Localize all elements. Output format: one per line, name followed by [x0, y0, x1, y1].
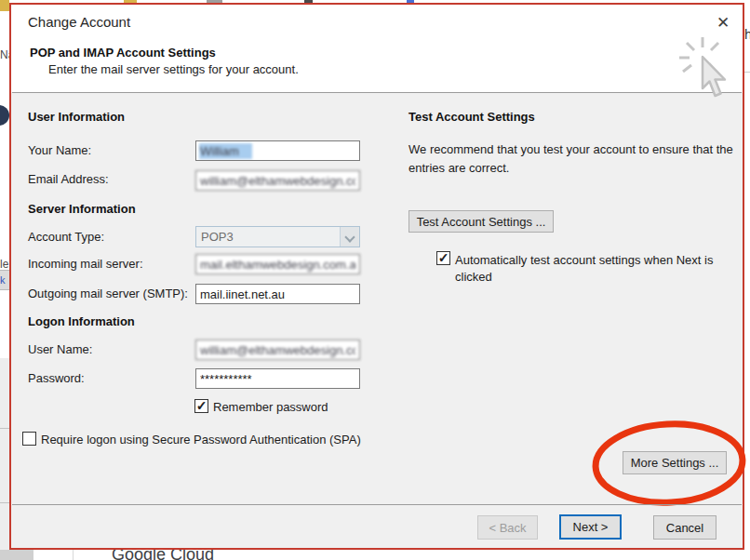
background-fragment-text: le	[0, 258, 9, 271]
change-account-dialog: Change Account ✕ POP and IMAP Account Se…	[9, 3, 744, 550]
background-fragment-block	[0, 550, 33, 560]
background-fragment-line	[0, 502, 9, 503]
auto-test-checkbox[interactable]	[436, 251, 450, 265]
server-information-heading: Server Information	[28, 202, 136, 216]
background-fragment-line	[73, 549, 74, 560]
background-fragment-panel	[0, 358, 9, 560]
outgoing-server-field[interactable]	[195, 284, 360, 304]
background-fragment-text: Na	[0, 48, 9, 61]
spa-checkbox[interactable]	[22, 432, 36, 446]
account-type-dropdown[interactable]: POP3	[195, 226, 360, 247]
your-name-field[interactable]: William	[195, 140, 360, 161]
dropdown-button[interactable]	[340, 227, 359, 247]
background-fragment-icon	[0, 0, 9, 11]
test-account-settings-heading: Test Account Settings	[408, 110, 535, 124]
cursor-sparkle-icon	[677, 36, 735, 105]
background-fragment-text: h	[744, 26, 750, 43]
more-settings-button[interactable]: More Settings ...	[623, 451, 727, 474]
account-type-label: Account Type:	[28, 230, 104, 244]
back-button[interactable]: < Back	[477, 515, 538, 540]
incoming-server-field[interactable]	[195, 254, 360, 274]
account-type-value: POP3	[201, 230, 234, 244]
next-button[interactable]: Next >	[559, 514, 622, 540]
background-fragment-button: k	[0, 270, 9, 290]
background-fragment-line	[0, 428, 9, 429]
header-divider	[12, 92, 742, 93]
your-name-label: Your Name:	[28, 143, 91, 157]
background-fragment-line	[744, 72, 750, 73]
background-fragment-sphere-icon	[0, 105, 9, 126]
test-account-settings-description: We recommend that you test your account …	[408, 140, 736, 178]
user-name-field[interactable]	[195, 340, 360, 360]
outgoing-server-label: Outgoing mail server (SMTP):	[28, 287, 188, 300]
user-name-label: User Name:	[28, 342, 92, 356]
cancel-button[interactable]: Cancel	[653, 515, 717, 540]
incoming-server-label: Incoming mail server:	[28, 257, 143, 271]
window-title: Change Account	[28, 14, 130, 30]
page-title: POP and IMAP Account Settings	[30, 46, 216, 60]
email-address-label: Email Address:	[28, 172, 109, 186]
close-icon[interactable]: ✕	[711, 12, 735, 34]
logon-information-heading: Logon Information	[28, 314, 135, 328]
screenshot-stage: Na le k h Google Cloud Change Account ✕ …	[0, 0, 750, 560]
page-subtitle: Enter the mail server settings for your …	[48, 62, 299, 76]
password-field[interactable]	[195, 368, 360, 389]
auto-test-label: Automatically test account settings when…	[455, 252, 730, 285]
user-information-heading: User Information	[28, 110, 125, 124]
chevron-down-icon	[344, 232, 355, 242]
test-account-settings-button[interactable]: Test Account Settings ...	[408, 210, 554, 233]
your-name-selected-text: William	[199, 143, 252, 159]
password-label: Password:	[28, 371, 85, 385]
email-address-field[interactable]	[195, 170, 360, 191]
remember-password-label: Remember password	[213, 400, 328, 414]
footer-divider	[12, 504, 742, 505]
spa-label: Require logon using Secure Password Auth…	[41, 433, 361, 447]
remember-password-checkbox[interactable]	[194, 399, 208, 413]
